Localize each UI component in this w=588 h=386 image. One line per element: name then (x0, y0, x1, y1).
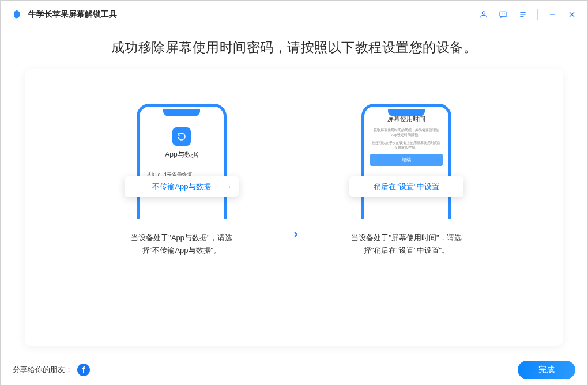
svg-point-2 (502, 14, 503, 14)
phone2-para: 您还可以在子女的设备上使用屏幕使用时间并设置家长控制。 (370, 141, 443, 150)
step1-highlight: 不传输App与数据 › (125, 176, 239, 197)
step-1: App与数据 从iCloud云备份恢复 从Mac或PC恢复 不传输App与数据 … (101, 104, 262, 257)
user-icon[interactable] (478, 9, 489, 20)
phone-mock-2: 屏幕使用时间 获取屏幕使用时间的周报，并为需要管理的App设定时间限额。 您还可… (349, 104, 464, 219)
step2-highlight: 稍后在"设置"中设置 (349, 176, 463, 197)
restore-icon (172, 127, 191, 146)
minimize-button[interactable] (547, 9, 557, 20)
step1-caption: 当设备处于"App与数据"，请选 择"不传输App与数据"。 (131, 232, 232, 257)
share-label: 分享给你的朋友： (13, 365, 73, 375)
step-2: 屏幕使用时间 获取屏幕使用时间的周报，并为需要管理的App设定时间限额。 您还可… (326, 104, 487, 257)
app-logo-icon (11, 9, 22, 20)
step1-highlight-text: 不传输App与数据 (152, 181, 210, 192)
phone1-heading: App与数据 (145, 150, 218, 160)
app-title: 牛学长苹果屏幕解锁工具 (28, 9, 117, 20)
close-button[interactable] (567, 9, 577, 20)
separator (537, 9, 538, 20)
titlebar-actions (478, 9, 577, 20)
step2-highlight-text: 稍后在"设置"中设置 (374, 181, 439, 192)
title-bar: 牛学长苹果屏幕解锁工具 (1, 1, 587, 28)
tutorial-card: App与数据 从iCloud云备份恢复 从Mac或PC恢复 不传输App与数据 … (25, 69, 563, 346)
phone2-continue: 继续 (370, 154, 443, 166)
done-button[interactable]: 完成 (518, 361, 575, 379)
page-headline: 成功移除屏幕使用时间密码，请按照以下教程设置您的设备。 (1, 39, 587, 56)
facebook-share-button[interactable]: f (77, 364, 90, 376)
phone2-para: 获取屏幕使用时间的周报，并为需要管理的App设定时间限额。 (370, 128, 443, 138)
phone-mock-1: App与数据 从iCloud云备份恢复 从Mac或PC恢复 不传输App与数据 … (124, 104, 239, 219)
feedback-icon[interactable] (498, 9, 508, 20)
phone2-title: 屏幕使用时间 (370, 115, 443, 123)
menu-icon[interactable] (518, 9, 528, 20)
step2-caption: 当设备处于"屏幕使用时间"，请选 择"稍后在"设置"中设置"。 (351, 232, 461, 257)
svg-point-0 (482, 12, 485, 14)
chevron-right-icon: › (228, 183, 231, 191)
svg-point-3 (504, 14, 505, 14)
svg-rect-1 (500, 12, 507, 16)
footer-bar: 分享给你的朋友： f 完成 (0, 354, 588, 386)
